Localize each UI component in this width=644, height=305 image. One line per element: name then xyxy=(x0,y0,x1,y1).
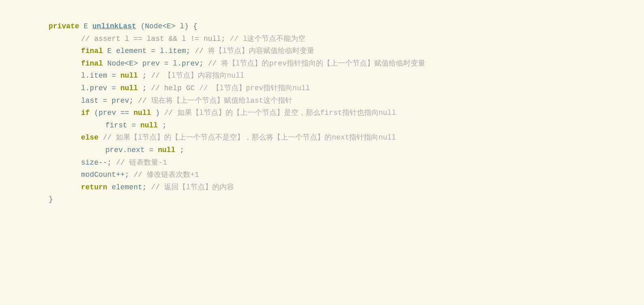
line-first-null: first = null ; xyxy=(16,119,628,132)
comment-cn10: 修改链表次数+1 xyxy=(147,171,199,179)
comment-code9: // xyxy=(116,159,129,167)
comment-code5: // help GC xyxy=(151,84,195,92)
comment-cn6: 现在将【上一个节点】赋值给last这个指针 xyxy=(151,97,292,105)
comment-code10: // xyxy=(134,171,147,179)
comment-cn9: 链表数量-1 xyxy=(129,159,167,167)
line-item-null: l.item = null ; // 【l节点】内容指向null xyxy=(16,70,628,82)
comment-cn11: 返回【l节点】的内容 xyxy=(164,183,234,191)
keyword-null1: null xyxy=(120,72,138,80)
comment-cn2: 将【l节点】内容赋值给临时变量 xyxy=(208,47,314,55)
comment-code8: // xyxy=(103,133,116,142)
comment-assert: // assert l == last && l != null; xyxy=(81,35,225,43)
code-block: private E unlinkLast (Node<E> l) { // as… xyxy=(16,12,628,214)
comment-cn1: // l这个节点不能为空 xyxy=(230,35,305,43)
line-closing-brace: } xyxy=(16,193,628,206)
keyword-null2: null xyxy=(120,84,138,92)
comment-code6: // xyxy=(138,97,151,105)
line-else: else // 如果【l节点】的【上一个节点不是空】，那么将【上一个节点】的ne… xyxy=(16,131,628,144)
line-element: final E element = l.item; // 将【l节点】内容赋值给… xyxy=(16,45,628,57)
comment-code3: // xyxy=(208,59,221,68)
keyword-final2: final xyxy=(81,59,103,68)
comment-code4: // xyxy=(151,72,164,80)
keyword-private: private xyxy=(49,22,79,30)
line-comment1: // assert l == last && l != null; // l这个… xyxy=(16,33,628,45)
method-name: unlinkLast xyxy=(92,22,136,30)
line-prev-null: l.prev = null ; // help GC // 【l节点】prev指… xyxy=(16,82,628,95)
line-prev: final Node<E> prev = l.prev; // 将【l节点】的p… xyxy=(16,57,628,70)
comment-cn5: // 【l节点】prev指针指向null xyxy=(199,84,310,92)
line-if: if (prev == null ) // 如果【l节点】的【上一个节点】是空，… xyxy=(16,107,628,119)
comment-cn7: 如果【l节点】的【上一个节点】是空，那么first指针也指向null xyxy=(177,109,396,117)
keyword-else: else xyxy=(81,133,98,142)
comment-cn4: 【l节点】内容指向null xyxy=(164,72,244,80)
line-last-prev: last = prev; // 现在将【上一个节点】赋值给last这个指针 xyxy=(16,95,628,107)
comment-cn3: 将【l节点】的prev指针指向的【上一个节点】赋值给临时变量 xyxy=(221,59,425,68)
keyword-null5: null xyxy=(158,146,175,154)
comment-code11: // xyxy=(151,183,164,191)
line-method-sig: private E unlinkLast (Node<E> l) { xyxy=(16,20,628,33)
keyword-if: if xyxy=(81,109,90,117)
keyword-return: return xyxy=(81,183,107,191)
keyword-null4: null xyxy=(140,121,158,129)
line-size: size--; // 链表数量-1 xyxy=(16,157,628,169)
keyword-final1: final xyxy=(81,47,103,55)
comment-code2: // xyxy=(195,47,208,55)
comment-cn8: 如果【l节点】的【上一个节点不是空】，那么将【上一个节点】的next指针指向nu… xyxy=(116,133,396,142)
line-modcount: modCount++; // 修改链表次数+1 xyxy=(16,169,628,181)
line-return: return element; // 返回【l节点】的内容 xyxy=(16,181,628,194)
line-prev-next-null: prev.next = null ; xyxy=(16,144,628,157)
keyword-null3: null xyxy=(134,109,151,117)
comment-code7: // xyxy=(164,109,177,117)
